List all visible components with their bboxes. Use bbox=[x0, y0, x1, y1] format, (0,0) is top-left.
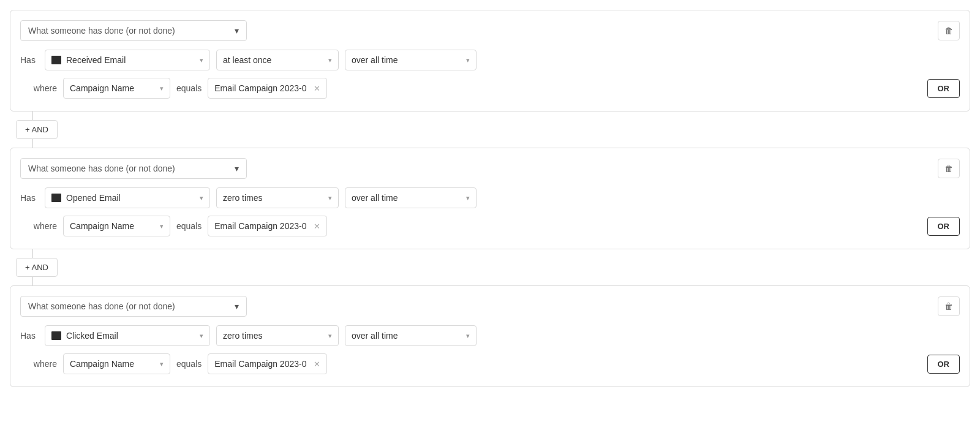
top-row-3: What someone has done (or not done) ▾ 🗑 bbox=[20, 296, 960, 317]
delete-button-3[interactable]: 🗑 bbox=[938, 296, 960, 316]
frequency-chevron-2: ▾ bbox=[328, 194, 332, 202]
action-chevron-3: ▾ bbox=[200, 332, 203, 340]
has-row-3: Has Clicked Email ▾ zero times ▾ over al… bbox=[20, 325, 960, 346]
has-row-1: Has Received Email ▾ at least once ▾ ove… bbox=[20, 50, 960, 70]
campaign-field-select-3[interactable]: Campaign Name ▾ bbox=[63, 353, 170, 374]
what-select-label-2: What someone has done (or not done) bbox=[28, 164, 175, 173]
condition-block-1: What someone has done (or not done) ▾ 🗑 … bbox=[10, 10, 970, 111]
time-label-3: over all time bbox=[352, 331, 466, 341]
top-row-2: What someone has done (or not done) ▾ 🗑 bbox=[20, 158, 960, 179]
where-label-1: where bbox=[20, 83, 57, 93]
or-wrapper-3: OR bbox=[927, 355, 960, 374]
campaign-field-label-3: Campaign Name bbox=[70, 359, 134, 369]
close-icon-1[interactable]: ✕ bbox=[314, 84, 320, 93]
campaign-field-select-1[interactable]: Campaign Name ▾ bbox=[63, 78, 170, 99]
time-select-3[interactable]: over all time ▾ bbox=[345, 325, 477, 346]
frequency-select-3[interactable]: zero times ▾ bbox=[216, 325, 339, 346]
action-select-1[interactable]: Received Email ▾ bbox=[45, 50, 210, 70]
top-row-1: What someone has done (or not done) ▾ 🗑 bbox=[20, 20, 960, 41]
and-connector-2: + AND bbox=[10, 249, 970, 285]
frequency-label-1: at least once bbox=[223, 55, 328, 65]
or-button-1[interactable]: OR bbox=[927, 79, 960, 98]
action-label-2: Opened Email bbox=[66, 193, 200, 203]
campaign-field-label-1: Campaign Name bbox=[70, 83, 134, 93]
or-button-2[interactable]: OR bbox=[927, 217, 960, 236]
condition-block-2: What someone has done (or not done) ▾ 🗑 … bbox=[10, 148, 970, 249]
campaign-field-label-2: Campaign Name bbox=[70, 221, 134, 231]
action-select-3[interactable]: Clicked Email ▾ bbox=[45, 325, 210, 346]
equals-label-3: equals bbox=[176, 359, 202, 369]
trash-icon-2: 🗑 bbox=[944, 164, 953, 173]
what-select-3[interactable]: What someone has done (or not done) ▾ bbox=[20, 296, 247, 317]
action-icon-1 bbox=[51, 56, 61, 64]
trash-icon-1: 🗑 bbox=[944, 26, 953, 36]
has-row-2: Has Opened Email ▾ zero times ▾ over all… bbox=[20, 187, 960, 208]
campaign-field-chevron-2: ▾ bbox=[160, 222, 164, 230]
frequency-select-1[interactable]: at least once ▾ bbox=[216, 50, 339, 70]
and-line-top-2 bbox=[32, 249, 33, 258]
has-label-2: Has bbox=[20, 193, 39, 203]
or-wrapper-1: OR bbox=[927, 79, 960, 98]
and-button-2[interactable]: + AND bbox=[16, 258, 58, 277]
chevron-down-icon-3: ▾ bbox=[235, 301, 239, 311]
where-label-2: where bbox=[20, 221, 57, 231]
what-select-label-3: What someone has done (or not done) bbox=[28, 301, 175, 311]
or-wrapper-2: OR bbox=[927, 217, 960, 236]
and-line-bottom-1 bbox=[32, 139, 33, 148]
campaign-value-field-1: Email Campaign 2023-0 ✕ bbox=[208, 78, 327, 99]
equals-label-2: equals bbox=[176, 221, 202, 231]
has-label-1: Has bbox=[20, 55, 39, 65]
campaign-field-select-2[interactable]: Campaign Name ▾ bbox=[63, 216, 170, 236]
trash-icon-3: 🗑 bbox=[944, 301, 953, 311]
equals-label-1: equals bbox=[176, 83, 202, 93]
action-chevron-1: ▾ bbox=[200, 56, 203, 64]
time-label-1: over all time bbox=[352, 55, 466, 65]
and-line-bottom-2 bbox=[32, 277, 33, 285]
or-button-3[interactable]: OR bbox=[927, 355, 960, 374]
chevron-down-icon-2: ▾ bbox=[235, 164, 239, 173]
delete-button-2[interactable]: 🗑 bbox=[938, 159, 960, 178]
conditions-wrapper: What someone has done (or not done) ▾ 🗑 … bbox=[10, 10, 970, 387]
close-icon-3[interactable]: ✕ bbox=[314, 360, 320, 369]
what-select-2[interactable]: What someone has done (or not done) ▾ bbox=[20, 158, 247, 179]
where-row-1: where Campaign Name ▾ equals Email Campa… bbox=[20, 78, 960, 99]
where-row-3: where Campaign Name ▾ equals Email Campa… bbox=[20, 353, 960, 374]
what-select-1[interactable]: What someone has done (or not done) ▾ bbox=[20, 20, 247, 41]
action-label-1: Received Email bbox=[66, 55, 200, 65]
and-connector-1: + AND bbox=[10, 111, 970, 148]
campaign-value-field-3: Email Campaign 2023-0 ✕ bbox=[208, 353, 327, 374]
time-label-2: over all time bbox=[352, 193, 466, 203]
time-select-1[interactable]: over all time ▾ bbox=[345, 50, 477, 70]
what-select-label-1: What someone has done (or not done) bbox=[28, 26, 175, 36]
action-icon-3 bbox=[51, 331, 61, 340]
time-chevron-1: ▾ bbox=[466, 56, 470, 64]
action-select-2[interactable]: Opened Email ▾ bbox=[45, 187, 210, 208]
campaign-value-text-3: Email Campaign 2023-0 bbox=[214, 359, 306, 369]
time-chevron-2: ▾ bbox=[466, 194, 470, 202]
campaign-value-text-1: Email Campaign 2023-0 bbox=[214, 83, 306, 93]
where-row-2: where Campaign Name ▾ equals Email Campa… bbox=[20, 216, 960, 236]
where-label-3: where bbox=[20, 359, 57, 369]
campaign-value-text-2: Email Campaign 2023-0 bbox=[214, 221, 306, 231]
frequency-label-2: zero times bbox=[223, 193, 328, 203]
frequency-label-3: zero times bbox=[223, 331, 328, 341]
action-icon-2 bbox=[51, 194, 61, 202]
frequency-chevron-1: ▾ bbox=[328, 56, 332, 64]
action-chevron-2: ▾ bbox=[200, 194, 203, 202]
has-label-3: Has bbox=[20, 331, 39, 341]
chevron-down-icon-1: ▾ bbox=[235, 26, 239, 36]
campaign-value-field-2: Email Campaign 2023-0 ✕ bbox=[208, 216, 327, 236]
campaign-field-chevron-3: ▾ bbox=[160, 360, 164, 368]
action-label-3: Clicked Email bbox=[66, 331, 200, 341]
time-select-2[interactable]: over all time ▾ bbox=[345, 187, 477, 208]
frequency-select-2[interactable]: zero times ▾ bbox=[216, 187, 339, 208]
frequency-chevron-3: ▾ bbox=[328, 332, 332, 340]
close-icon-2[interactable]: ✕ bbox=[314, 222, 320, 231]
and-button-1[interactable]: + AND bbox=[16, 120, 58, 139]
time-chevron-3: ▾ bbox=[466, 332, 470, 340]
and-line-top-1 bbox=[32, 111, 33, 120]
condition-block-3: What someone has done (or not done) ▾ 🗑 … bbox=[10, 285, 970, 387]
campaign-field-chevron-1: ▾ bbox=[160, 85, 164, 92]
delete-button-1[interactable]: 🗑 bbox=[938, 21, 960, 40]
